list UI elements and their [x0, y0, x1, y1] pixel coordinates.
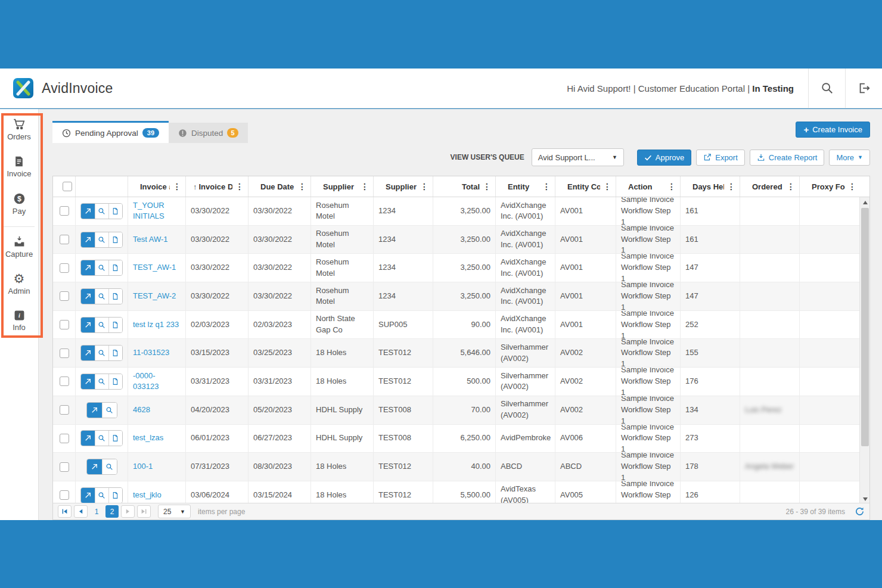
row-checkbox[interactable] [60, 405, 69, 415]
preview-button[interactable] [95, 374, 108, 389]
invoice-link[interactable]: Test AW-1 [133, 234, 168, 245]
doc-button[interactable] [108, 232, 122, 247]
refresh-button[interactable] [855, 506, 865, 517]
col-header-due-date[interactable]: Due Date⋮ [248, 176, 310, 197]
row-checkbox[interactable] [60, 320, 69, 329]
invoice-link[interactable]: 100-1 [133, 461, 153, 472]
logout-button[interactable] [845, 69, 882, 108]
scroll-up-icon[interactable] [860, 197, 870, 207]
last-page-button[interactable] [137, 505, 151, 518]
row-checkbox[interactable] [60, 291, 69, 301]
doc-button[interactable] [108, 289, 122, 304]
preview-button[interactable] [95, 346, 108, 360]
preview-button[interactable] [95, 204, 108, 219]
first-page-button[interactable] [58, 505, 72, 518]
page-size-dropdown[interactable]: 25 ▼ [158, 505, 191, 518]
open-invoice-button[interactable] [81, 204, 95, 219]
col-header-supplier-code[interactable]: Supplier⋮ [373, 176, 433, 197]
open-invoice-button[interactable] [81, 318, 95, 332]
queue-dropdown[interactable]: Avid Support L... ▼ [532, 148, 624, 166]
open-invoice-button[interactable] [81, 346, 95, 360]
row-checkbox[interactable] [60, 377, 69, 386]
col-header-invoice-number[interactable]: Invoice #⋮ [128, 176, 185, 197]
preview-button[interactable] [95, 431, 108, 446]
column-menu-icon[interactable]: ⋮ [480, 182, 494, 191]
row-checkbox[interactable] [60, 434, 69, 443]
column-menu-icon[interactable]: ⋮ [539, 182, 554, 191]
invoice-link[interactable]: TEST_AW-1 [133, 262, 176, 273]
invoice-link[interactable]: TEST_AW-2 [133, 291, 176, 302]
col-header-proxy-for[interactable]: Proxy For⋮ [799, 176, 861, 197]
doc-button[interactable] [108, 260, 122, 275]
column-menu-icon[interactable]: ⋮ [845, 182, 859, 191]
preview-button[interactable] [102, 403, 117, 418]
preview-button[interactable] [95, 232, 108, 247]
col-header-supplier[interactable]: Supplier⋮ [310, 176, 373, 197]
sidebar-item-pay[interactable]: $ Pay [0, 184, 38, 222]
column-menu-icon[interactable]: ⋮ [600, 182, 614, 191]
col-header-ordered[interactable]: Ordered⋮ [740, 176, 799, 197]
row-checkbox[interactable] [60, 349, 69, 358]
open-invoice-button[interactable] [81, 260, 95, 275]
preview-button[interactable] [95, 289, 108, 304]
col-header-total[interactable]: Total⋮ [433, 176, 495, 197]
column-menu-icon[interactable]: ⋮ [170, 182, 184, 191]
invoice-link[interactable]: -0000-033123 [133, 371, 181, 393]
column-menu-icon[interactable]: ⋮ [295, 182, 309, 191]
doc-button[interactable] [108, 346, 122, 360]
preview-button[interactable] [95, 318, 108, 332]
doc-button[interactable] [108, 318, 122, 332]
sidebar-item-capture[interactable]: Capture [0, 232, 38, 265]
invoice-link[interactable]: test lz q1 233 [133, 319, 179, 331]
column-menu-icon[interactable]: ⋮ [232, 182, 247, 191]
page-2-button[interactable]: 2 [105, 505, 119, 518]
sidebar-item-invoice[interactable]: Invoice [0, 147, 38, 184]
select-all-checkbox[interactable] [63, 182, 72, 191]
prev-page-button[interactable] [74, 505, 88, 518]
col-header-entity[interactable]: Entity⋮ [495, 176, 555, 197]
row-checkbox[interactable] [60, 263, 69, 273]
doc-button[interactable] [108, 374, 122, 389]
next-page-button[interactable] [121, 505, 135, 518]
tab-pending-approval[interactable]: Pending Approval 39 [52, 121, 169, 143]
preview-button[interactable] [102, 459, 117, 474]
invoice-link[interactable]: test_lzas [133, 433, 163, 444]
vertical-scrollbar[interactable] [859, 197, 869, 504]
tab-disputed[interactable]: Disputed 5 [169, 123, 247, 143]
export-button[interactable]: Export [696, 150, 745, 166]
create-invoice-button[interactable]: + Create Invoice [796, 122, 870, 138]
invoice-link[interactable]: 4628 [133, 405, 150, 416]
preview-button[interactable] [95, 260, 108, 275]
doc-button[interactable] [108, 204, 122, 219]
page-1-button[interactable]: 1 [90, 505, 103, 518]
sidebar-item-orders[interactable]: Orders [0, 109, 38, 147]
create-report-button[interactable]: Create Report [750, 150, 825, 166]
more-button[interactable]: More ▼ [829, 150, 870, 166]
doc-button[interactable] [108, 431, 122, 446]
open-invoice-button[interactable] [87, 403, 102, 418]
column-menu-icon[interactable]: ⋮ [724, 182, 738, 191]
column-menu-icon[interactable]: ⋮ [664, 182, 679, 191]
invoice-link[interactable]: T_YOUR INITIALS [133, 200, 181, 223]
open-invoice-button[interactable] [87, 459, 102, 474]
row-checkbox[interactable] [60, 462, 69, 472]
approve-button[interactable]: Approve [637, 150, 691, 166]
doc-button[interactable] [108, 488, 122, 503]
col-header-days-held[interactable]: Days Held⋮ [680, 176, 740, 197]
sidebar-item-admin[interactable]: ⚙ Admin [0, 265, 38, 301]
open-invoice-button[interactable] [81, 488, 95, 503]
column-menu-icon[interactable]: ⋮ [358, 182, 372, 191]
scrollbar-thumb[interactable] [861, 208, 869, 446]
invoice-link[interactable]: 11-031523 [133, 347, 169, 359]
row-checkbox[interactable] [60, 206, 69, 216]
open-invoice-button[interactable] [81, 431, 95, 446]
invoice-link[interactable]: test_jklo [133, 490, 162, 501]
open-invoice-button[interactable] [81, 232, 95, 247]
open-invoice-button[interactable] [81, 289, 95, 304]
sidebar-item-info[interactable]: i Info [0, 301, 38, 338]
preview-button[interactable] [95, 488, 108, 503]
column-menu-icon[interactable]: ⋮ [417, 182, 431, 191]
col-header-invoice-date[interactable]: ↑Invoice Date⋮ [185, 176, 248, 197]
col-header-entity-code[interactable]: Entity Code⋮ [555, 176, 616, 197]
row-checkbox[interactable] [60, 490, 69, 500]
